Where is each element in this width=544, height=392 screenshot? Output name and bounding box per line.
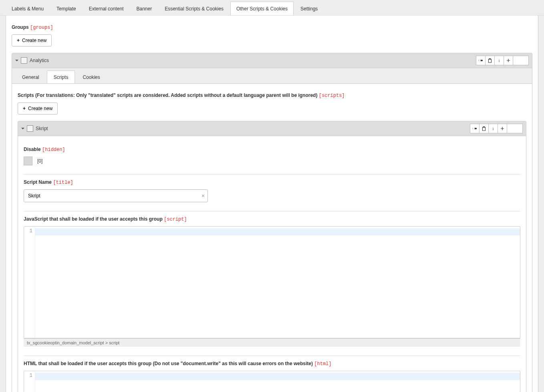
javascript-tag: [script] (164, 217, 187, 222)
eye-toggle-icon (472, 126, 478, 131)
eye-toggle-icon (478, 58, 484, 63)
plus-icon (500, 126, 505, 131)
analytics-panel: Analytics i (12, 53, 532, 392)
drag-handle[interactable] (513, 56, 529, 65)
add-button[interactable] (504, 56, 513, 65)
groups-tag: [groups] (30, 25, 53, 30)
delete-button[interactable] (479, 124, 489, 133)
drag-handle[interactable] (507, 124, 523, 133)
toggle-visibility-button[interactable] (476, 56, 486, 65)
groups-heading: Groups [groups] (12, 24, 532, 30)
script-item-panel: Skript i (18, 121, 526, 392)
script-item-header: Skript i (18, 121, 526, 136)
script-name-tag: [title] (53, 180, 73, 185)
tab-essential-scripts[interactable]: Essential Scripts & Cookies (159, 2, 230, 15)
line-number: 1 (24, 373, 32, 378)
svg-text:i: i (499, 59, 500, 63)
tab-banner[interactable]: Banner (130, 2, 158, 15)
svg-point-4 (473, 128, 475, 130)
trash-icon (481, 126, 487, 131)
script-record-icon (27, 125, 33, 132)
info-button[interactable]: i (488, 124, 498, 133)
scripts-title: Scripts (For translations: Only "transla… (18, 92, 317, 98)
script-item-title: Skript (36, 126, 48, 131)
plus-icon: + (23, 106, 26, 111)
tab-template[interactable]: Template (50, 2, 82, 15)
chevron-down-icon[interactable] (15, 60, 18, 63)
scripts-heading: Scripts (For translations: Only "transla… (18, 92, 526, 99)
svg-text:i: i (493, 127, 494, 131)
delete-button[interactable] (485, 56, 495, 65)
trash-icon (487, 58, 493, 63)
script-name-input[interactable] (24, 189, 208, 202)
create-group-label: Create new (22, 38, 46, 43)
javascript-label: JavaScript that shall be loaded if the u… (24, 216, 163, 222)
tab-external-content[interactable]: External content (83, 2, 130, 15)
subtab-scripts[interactable]: Scripts (47, 70, 75, 83)
analytics-subtabs: General Scripts Cookies (12, 68, 532, 84)
plus-icon: + (17, 38, 20, 43)
create-group-button[interactable]: + Create new (12, 34, 52, 46)
top-tabs: Labels & Menu Template External content … (0, 0, 544, 16)
html-tag: [html] (314, 361, 331, 367)
create-script-button[interactable]: + Create new (18, 103, 58, 115)
subtab-general[interactable]: General (15, 70, 46, 83)
info-button[interactable]: i (494, 56, 504, 65)
analytics-panel-header: Analytics i (12, 53, 532, 68)
svg-point-1 (479, 60, 481, 62)
javascript-field: JavaScript that shall be loaded if the u… (24, 211, 520, 356)
toggle-visibility-button[interactable] (470, 124, 480, 133)
disable-label: Disable (24, 147, 41, 152)
disable-value: [0] (37, 158, 42, 164)
scripts-tag: [scripts] (319, 93, 345, 99)
plus-icon (506, 58, 511, 63)
disable-checkbox[interactable] (24, 157, 32, 165)
html-editor[interactable]: 1 (24, 371, 520, 392)
chevron-down-icon[interactable] (21, 128, 24, 131)
javascript-editor[interactable]: 1 (24, 226, 520, 338)
html-label: HTML that shall be loaded if the user ac… (24, 361, 313, 366)
script-name-field: Script Name [title] × (24, 175, 520, 211)
subtab-cookies[interactable]: Cookies (76, 70, 107, 83)
add-button[interactable] (498, 124, 507, 133)
group-record-icon (21, 57, 27, 64)
analytics-title: Analytics (30, 58, 49, 63)
script-name-label: Script Name (24, 179, 52, 185)
html-field: HTML that shall be loaded if the user ac… (24, 356, 520, 392)
tab-labels-menu[interactable]: Labels & Menu (6, 2, 50, 15)
info-icon: i (490, 126, 496, 131)
tab-settings[interactable]: Settings (294, 2, 324, 15)
disable-tag: [hidden] (42, 147, 65, 153)
groups-title: Groups (12, 24, 29, 30)
javascript-footer: tx_sgcookieoptin_domain_model_script > s… (24, 338, 520, 347)
clear-input-icon[interactable]: × (201, 193, 205, 199)
line-number: 1 (24, 228, 32, 234)
tab-other-scripts[interactable]: Other Scripts & Cookies (230, 2, 294, 15)
create-script-label: Create new (28, 106, 52, 111)
disable-field: Disable [hidden] [0] (24, 142, 520, 175)
info-icon: i (496, 58, 502, 63)
